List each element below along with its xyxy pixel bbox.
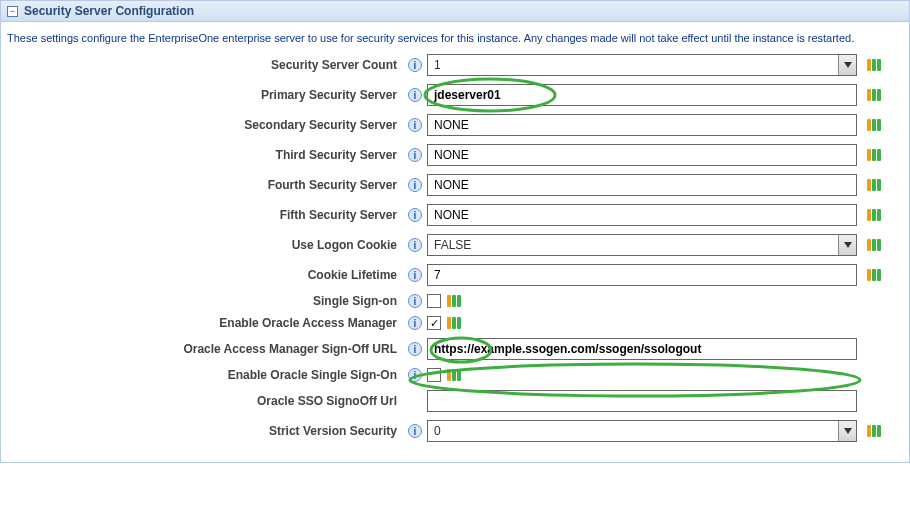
secondary-security-server-input[interactable] [427, 114, 857, 136]
info-icon[interactable]: i [408, 118, 422, 132]
label-oam-signoff-url: Oracle Access Manager Sign-Off URL [3, 342, 403, 356]
info-icon[interactable]: i [408, 268, 422, 282]
svg-marker-1 [844, 242, 852, 248]
third-security-server-input[interactable] [427, 144, 857, 166]
panel-title: Security Server Configuration [24, 4, 194, 18]
compare-icon[interactable] [447, 295, 461, 307]
info-icon[interactable]: i [408, 148, 422, 162]
fourth-security-server-input[interactable] [427, 174, 857, 196]
label-single-sign-on: Single Sign-on [3, 294, 403, 308]
collapse-icon[interactable]: − [7, 6, 18, 17]
compare-icon[interactable] [447, 317, 461, 329]
panel-description: These settings configure the EnterpriseO… [1, 22, 909, 50]
primary-security-server-input[interactable] [427, 84, 857, 106]
label-fifth-security-server: Fifth Security Server [3, 208, 403, 222]
info-icon[interactable]: i [408, 238, 422, 252]
compare-icon[interactable] [867, 209, 881, 221]
compare-icon[interactable] [867, 119, 881, 131]
label-fourth-security-server: Fourth Security Server [3, 178, 403, 192]
use-logon-cookie-select[interactable]: FALSE [427, 234, 857, 256]
info-icon[interactable]: i [408, 342, 422, 356]
label-cookie-lifetime: Cookie Lifetime [3, 268, 403, 282]
cookie-lifetime-input[interactable] [427, 264, 857, 286]
compare-icon[interactable] [867, 89, 881, 101]
enable-oam-checkbox[interactable] [427, 316, 441, 330]
label-enable-osso: Enable Oracle Single Sign-On [3, 368, 403, 382]
config-form: Security Server Count i 1 Primary Securi… [1, 50, 909, 462]
info-icon[interactable]: i [408, 178, 422, 192]
enable-osso-checkbox[interactable] [427, 368, 441, 382]
info-icon[interactable]: i [408, 424, 422, 438]
info-icon[interactable]: i [408, 316, 422, 330]
panel-header: − Security Server Configuration [1, 1, 909, 22]
compare-icon[interactable] [867, 59, 881, 71]
fifth-security-server-input[interactable] [427, 204, 857, 226]
info-icon[interactable]: i [408, 208, 422, 222]
compare-icon[interactable] [447, 369, 461, 381]
security-server-config-panel: − Security Server Configuration These se… [0, 0, 910, 463]
info-icon[interactable]: i [408, 294, 422, 308]
svg-marker-2 [844, 428, 852, 434]
info-icon[interactable]: i [408, 58, 422, 72]
svg-marker-0 [844, 62, 852, 68]
security-server-count-select[interactable]: 1 [427, 54, 857, 76]
oam-signoff-url-input[interactable] [427, 338, 857, 360]
info-icon[interactable]: i [408, 368, 422, 382]
dropdown-arrow-icon[interactable] [838, 55, 856, 75]
compare-icon[interactable] [867, 425, 881, 437]
single-sign-on-checkbox[interactable] [427, 294, 441, 308]
compare-icon[interactable] [867, 149, 881, 161]
label-third-security-server: Third Security Server [3, 148, 403, 162]
label-osso-signoff-url: Oracle SSO SignoOff Url [3, 394, 403, 408]
dropdown-arrow-icon[interactable] [838, 421, 856, 441]
compare-icon[interactable] [867, 179, 881, 191]
compare-icon[interactable] [867, 269, 881, 281]
osso-signoff-url-input[interactable] [427, 390, 857, 412]
dropdown-arrow-icon[interactable] [838, 235, 856, 255]
label-security-server-count: Security Server Count [3, 58, 403, 72]
label-secondary-security-server: Secondary Security Server [3, 118, 403, 132]
label-primary-security-server: Primary Security Server [3, 88, 403, 102]
label-enable-oam: Enable Oracle Access Manager [3, 316, 403, 330]
info-icon[interactable]: i [408, 88, 422, 102]
label-strict-version-security: Strict Version Security [3, 424, 403, 438]
strict-version-security-select[interactable]: 0 [427, 420, 857, 442]
label-use-logon-cookie: Use Logon Cookie [3, 238, 403, 252]
compare-icon[interactable] [867, 239, 881, 251]
